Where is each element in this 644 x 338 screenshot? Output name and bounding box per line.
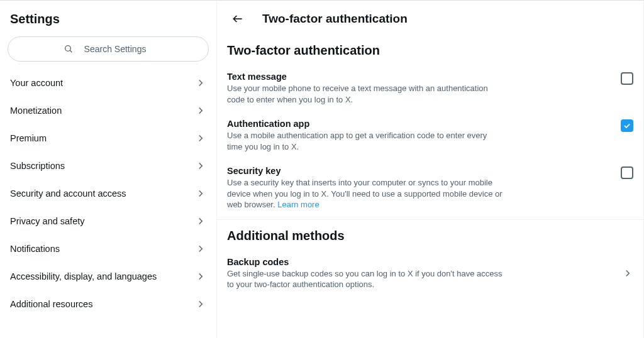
sidebar-item-accessibility-display-languages[interactable]: Accessibility, display, and languages	[0, 263, 216, 290]
row-title: Backup codes	[227, 257, 614, 267]
chevron-right-icon	[195, 215, 206, 227]
search-icon	[64, 44, 74, 54]
sidebar-item-additional-resources[interactable]: Additional resources	[0, 290, 216, 318]
sidebar-item-label: Monetization	[10, 106, 62, 116]
sidebar-title: Settings	[0, 7, 216, 34]
section-title-additional: Additional methods	[217, 220, 643, 251]
search-container	[0, 34, 216, 69]
option-title: Security key	[227, 166, 504, 176]
sidebar-item-subscriptions[interactable]: Subscriptions	[0, 152, 216, 180]
section-title-2fa: Two-factor authentication	[217, 35, 643, 65]
sidebar-item-label: Additional resources	[10, 299, 92, 309]
learn-more-link[interactable]: Learn more	[277, 200, 319, 209]
main-panel: Two-factor authentication Two-factor aut…	[217, 1, 644, 338]
settings-app: Settings Your account Monetization Premi…	[0, 0, 644, 338]
svg-point-0	[65, 46, 71, 52]
chevron-right-icon	[622, 268, 633, 279]
option-desc-text: Use a security key that inserts into you…	[227, 178, 502, 209]
option-authentication-app: Authentication app Use a mobile authenti…	[217, 112, 643, 160]
sidebar-item-premium[interactable]: Premium	[0, 124, 216, 152]
row-desc: Get single-use backup codes so you can l…	[227, 268, 504, 290]
chevron-right-icon	[195, 188, 206, 199]
chevron-right-icon	[195, 243, 206, 254]
checkbox-authentication-app[interactable]	[621, 119, 633, 132]
option-desc: Use a security key that inserts into you…	[227, 177, 504, 210]
option-title: Authentication app	[227, 119, 504, 129]
option-desc: Use a mobile authentication app to get a…	[227, 130, 504, 152]
sidebar-item-label: Subscriptions	[10, 161, 65, 171]
option-desc: Use your mobile phone to receive a text …	[227, 83, 504, 105]
sidebar-item-notifications[interactable]: Notifications	[0, 235, 216, 263]
search-input[interactable]	[77, 44, 153, 54]
sidebar-item-privacy-and-safety[interactable]: Privacy and safety	[0, 207, 216, 235]
checkbox-security-key[interactable]	[621, 166, 633, 179]
option-security-key: Security key Use a security key that ins…	[217, 160, 643, 218]
settings-nav: Your account Monetization Premium Subscr…	[0, 69, 216, 318]
chevron-right-icon	[195, 298, 206, 310]
sidebar-item-monetization[interactable]: Monetization	[0, 97, 216, 124]
back-button[interactable]	[227, 8, 248, 30]
sidebar-item-label: Security and account access	[10, 188, 126, 199]
chevron-right-icon	[195, 271, 206, 282]
main-header: Two-factor authentication	[217, 1, 643, 35]
arrow-left-icon	[231, 13, 244, 25]
check-icon	[623, 121, 631, 130]
sidebar-item-label: Notifications	[10, 244, 60, 254]
checkbox-text-message[interactable]	[621, 72, 633, 85]
settings-sidebar: Settings Your account Monetization Premi…	[0, 1, 217, 338]
search-box[interactable]	[8, 36, 209, 62]
chevron-right-icon	[195, 160, 206, 172]
sidebar-item-your-account[interactable]: Your account	[0, 69, 216, 97]
option-text-message: Text message Use your mobile phone to re…	[217, 65, 643, 112]
sidebar-item-security-and-account-access[interactable]: Security and account access	[0, 180, 216, 207]
option-title: Text message	[227, 72, 504, 82]
row-backup-codes[interactable]: Backup codes Get single-use backup codes…	[217, 251, 643, 298]
svg-line-1	[70, 50, 72, 52]
sidebar-item-label: Premium	[10, 133, 47, 143]
chevron-right-icon	[195, 133, 206, 144]
chevron-right-icon	[195, 77, 206, 89]
sidebar-item-label: Your account	[10, 78, 63, 88]
sidebar-item-label: Accessibility, display, and languages	[10, 271, 157, 281]
chevron-right-icon	[195, 105, 206, 116]
page-title: Two-factor authentication	[262, 12, 408, 26]
sidebar-item-label: Privacy and safety	[10, 216, 84, 226]
